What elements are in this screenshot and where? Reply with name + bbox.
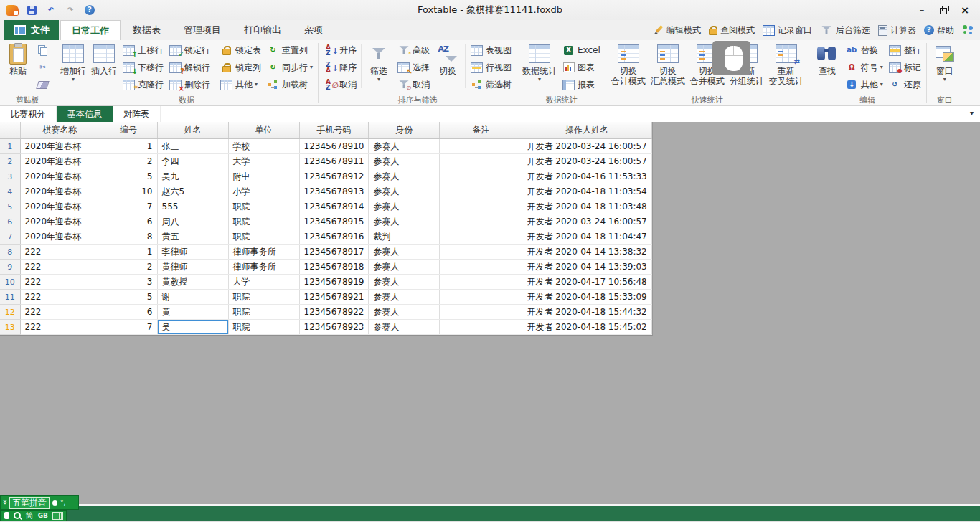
save-button[interactable]	[25, 4, 38, 16]
erase-button[interactable]	[34, 77, 52, 92]
table-cell[interactable]	[440, 154, 522, 169]
toggle-total-mode-button[interactable]: 切换 合计模式	[609, 42, 648, 92]
table-cell[interactable]: 12345678914	[299, 199, 369, 214]
table-cell[interactable]: 大学	[228, 275, 299, 290]
table-cell[interactable]: 开发者 2020-03-24 16:00:57	[522, 139, 651, 154]
table-cell[interactable]: 222	[20, 275, 100, 290]
redo-button[interactable]: ↷	[64, 4, 77, 16]
record-window-button[interactable]: 记录窗口	[763, 24, 812, 37]
full-row-button[interactable]: 整行	[886, 42, 923, 58]
calculator-button[interactable]: 计算器	[878, 24, 916, 37]
table-cell[interactable]: 李四	[157, 154, 228, 169]
ribbon-tab[interactable]: 杂项	[293, 20, 334, 40]
excel-button[interactable]: XExcel	[560, 42, 603, 58]
ime-punctuation-icon[interactable]: °,	[60, 499, 65, 506]
table-cell[interactable]: 6	[100, 305, 157, 320]
table-cell[interactable]: 7	[100, 320, 157, 335]
table-cell[interactable]: 6	[100, 214, 157, 229]
unlock-row-button[interactable]: ?解锁行	[166, 60, 212, 75]
mark-button[interactable]: ●标记	[886, 60, 923, 75]
table-cell[interactable]: 开发者 2020-03-24 16:00:57	[522, 214, 651, 229]
table-cell[interactable]: 参赛人	[369, 260, 440, 275]
table-view-button[interactable]: 表视图	[468, 42, 514, 58]
table-cell[interactable]: 12345678917	[299, 245, 369, 260]
table-cell[interactable]: 5	[100, 169, 157, 184]
row-number-cell[interactable]: 5	[0, 199, 20, 214]
help-button[interactable]: ?帮助	[924, 24, 954, 37]
column-header[interactable]: 操作人姓名	[522, 122, 651, 139]
lock-table-button[interactable]: 锁定表	[217, 42, 263, 58]
filter-button[interactable]: 筛选▾	[364, 42, 394, 92]
table-cell[interactable]: 12345678921	[299, 290, 369, 305]
restore-button[interactable]	[933, 3, 954, 18]
table-cell[interactable]: 2020年迎春杯	[20, 139, 100, 154]
table-cell[interactable]: 12345678919	[299, 275, 369, 290]
table-cell[interactable]: 职院	[228, 290, 299, 305]
table-cell[interactable]	[440, 260, 522, 275]
paste-button[interactable]: 粘贴	[3, 42, 33, 92]
row-number-cell[interactable]: 3	[0, 169, 20, 184]
filter-tree-button[interactable]: 筛选树	[468, 77, 514, 92]
ribbon-tab[interactable]: 数据表	[122, 20, 171, 40]
table-cell[interactable]: 职院	[228, 305, 299, 320]
ime-hand-icon[interactable]	[4, 512, 9, 519]
table-cell[interactable]: 5	[100, 290, 157, 305]
other-edit-button[interactable]: ↓其他▾	[843, 77, 885, 92]
edit-mode-button[interactable]: 编辑模式	[654, 24, 701, 37]
table-cell[interactable]	[440, 275, 522, 290]
column-header[interactable]: 身份	[369, 122, 440, 139]
table-cell[interactable]: 12345678916	[299, 229, 369, 245]
editing-cell[interactable]: 吴	[157, 320, 228, 335]
table-cell[interactable]	[440, 320, 522, 335]
table-cell[interactable]: 555	[157, 199, 228, 214]
row-number-cell[interactable]: 4	[0, 184, 20, 199]
close-button[interactable]: ×	[954, 3, 976, 18]
table-cell[interactable]: 2020年迎春杯	[20, 169, 100, 184]
column-header[interactable]: 手机号码	[299, 122, 369, 139]
table-cell[interactable]: 12345678910	[299, 139, 369, 154]
column-header[interactable]: 姓名	[157, 122, 228, 139]
table-cell[interactable]: 律师事务所	[228, 245, 299, 260]
other-data-button[interactable]: 其他▾	[217, 77, 263, 92]
table-cell[interactable]: 8	[100, 229, 157, 245]
column-header[interactable]: 棋赛名称	[20, 122, 100, 139]
row-number-cell[interactable]: 13	[0, 320, 20, 335]
sheet-tab[interactable]: 基本信息	[57, 106, 113, 122]
insert-row-button[interactable]: 插入行	[89, 42, 119, 92]
table-cell[interactable]: 222	[20, 260, 100, 275]
ribbon-tab[interactable]: 打印输出	[233, 20, 292, 40]
table-cell[interactable]	[440, 214, 522, 229]
table-cell[interactable]: 参赛人	[369, 305, 440, 320]
table-cell[interactable]: 开发者 2020-04-18 15:44:32	[522, 305, 651, 320]
clone-row-button[interactable]: *克隆行	[120, 77, 166, 92]
cell-edit-box[interactable]: 吴	[158, 320, 229, 335]
table-cell[interactable]: 开发者 2020-04-14 13:38:32	[522, 245, 651, 260]
table-cell[interactable]: 2020年迎春杯	[20, 199, 100, 214]
table-cell[interactable]: 222	[20, 305, 100, 320]
table-cell[interactable]: 周八	[157, 214, 228, 229]
row-number-cell[interactable]: 8	[0, 245, 20, 260]
copy-button[interactable]	[34, 42, 52, 58]
sheet-tab[interactable]: 对阵表	[113, 106, 161, 122]
load-tree-button[interactable]: 加载树	[264, 77, 315, 92]
row-number-cell[interactable]: 1	[0, 139, 20, 154]
toggle-summary-mode-button[interactable]: 切换 汇总模式	[649, 42, 687, 92]
select-filter-button[interactable]: ↖选择	[395, 60, 432, 75]
table-cell[interactable]: 赵六5	[157, 184, 228, 199]
table-cell[interactable]: 参赛人	[369, 214, 440, 229]
table-cell[interactable]	[440, 245, 522, 260]
table-cell[interactable]	[440, 305, 522, 320]
table-cell[interactable]	[440, 169, 522, 184]
table-cell[interactable]: 2020年迎春杯	[20, 184, 100, 199]
ime-magnifier-icon[interactable]	[14, 512, 21, 520]
row-number-cell[interactable]: 9	[0, 260, 20, 275]
table-cell[interactable]: 裁判	[369, 229, 440, 245]
table-cell[interactable]: 2020年迎春杯	[20, 154, 100, 169]
row-number-header[interactable]	[0, 122, 20, 139]
background-filter-button[interactable]: 后台筛选	[820, 24, 870, 37]
cut-button[interactable]: ✂	[34, 60, 52, 75]
delete-row-button[interactable]: ×删除行	[166, 77, 212, 92]
advanced-filter-button[interactable]: *高级	[395, 42, 432, 58]
recross-stats-button[interactable]: ⇄重新 交叉统计	[767, 42, 806, 92]
table-cell[interactable]: 黄五	[157, 229, 228, 245]
